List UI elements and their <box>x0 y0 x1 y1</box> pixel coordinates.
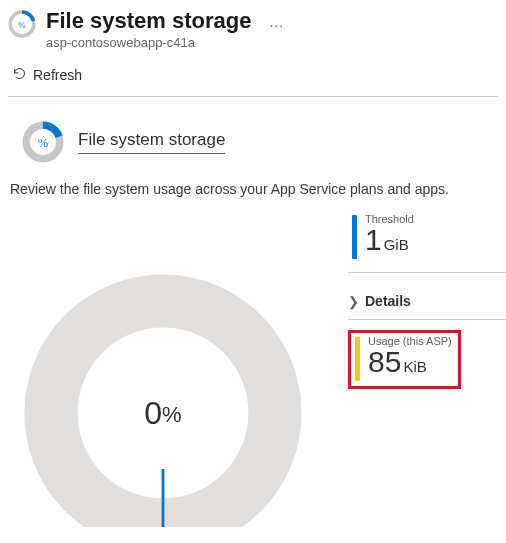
section-title: File system storage <box>78 130 225 154</box>
threshold-unit: GiB <box>384 236 409 253</box>
usage-highlight: Usage (this ASP) 85KiB <box>348 330 461 389</box>
usage-donut-chart: 0% <box>8 273 318 527</box>
divider <box>8 96 498 97</box>
svg-text:%: % <box>38 136 49 150</box>
resource-subtitle: asp-contosowebapp-c41a <box>46 35 251 50</box>
chevron-right-icon: ❯ <box>348 294 359 309</box>
refresh-icon <box>12 66 27 84</box>
donut-value: 0 <box>144 395 162 431</box>
threshold-bar-icon <box>352 215 357 259</box>
refresh-button[interactable]: Refresh <box>8 58 498 96</box>
more-actions-button[interactable]: ... <box>269 14 284 30</box>
usage-unit: KiB <box>403 358 426 375</box>
threshold-value: 1 <box>365 223 382 256</box>
section-header: % File system storage <box>8 115 498 173</box>
usage-value: 85 <box>368 345 401 378</box>
svg-text:%: % <box>18 20 26 30</box>
page-title: File system storage <box>46 8 251 34</box>
storage-percent-icon: % <box>22 121 64 163</box>
refresh-label: Refresh <box>33 67 82 83</box>
details-expander[interactable]: ❯ Details <box>348 283 506 320</box>
section-description: Review the file system usage across your… <box>8 173 498 207</box>
threshold-card: Threshold 1GiB <box>348 207 506 273</box>
usage-bar-icon <box>355 337 360 381</box>
storage-percent-icon: % <box>8 10 36 38</box>
donut-unit: % <box>162 402 182 427</box>
page-header: % File system storage asp-contosowebapp-… <box>8 4 498 58</box>
details-label: Details <box>365 293 411 309</box>
